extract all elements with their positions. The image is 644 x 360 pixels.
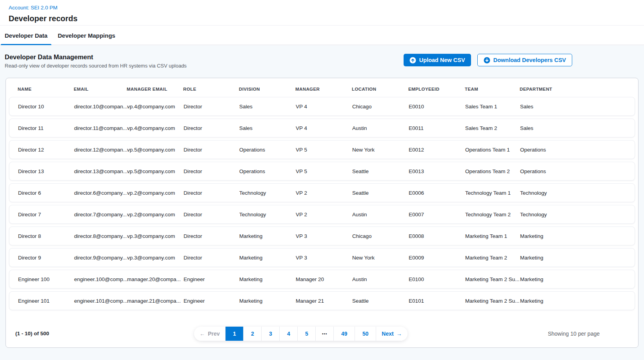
cell-email: director.10@compan... [74,104,127,110]
cell-employeeid: E0100 [409,276,465,282]
page-button-49[interactable]: 49 [334,327,355,341]
cell-location: Austin [352,276,409,282]
cell-team: Marketing Team 2 [465,255,520,261]
cell-manager: VP 3 [296,255,352,261]
tab-bar: Developer DataDeveloper Mappings [0,25,644,45]
cell-employeeid: E0101 [409,298,465,304]
section-subtitle: Read-only view of developer records sour… [5,63,187,69]
cell-team: Technology Team 2 [465,212,520,217]
cell-team: Operations Team 1 [465,147,520,153]
table-header-row: NAMEEMAILMANAGER EMAILROLEDIVISIONMANAGE… [6,82,638,96]
cell-department: Technology [520,212,635,217]
cell-email: director.8@company.... [74,233,127,239]
table-body: Director 10director.10@compan...vp.4@com… [6,96,638,310]
cell-name: Director 7 [18,212,74,217]
cell-manager-email: vp.5@company.com [127,168,184,174]
page-button-label: Next [382,331,393,337]
section-heading-block: Developer Data Management Read-only view… [5,53,187,69]
cell-name: Director 13 [18,168,74,174]
page-button-1[interactable]: 1 [226,327,244,341]
upload-csv-button[interactable]: Upload New CSV [404,54,471,66]
tab-developer-data[interactable]: Developer Data [1,32,51,45]
cell-manager: VP 3 [296,233,352,239]
cell-employeeid: E0006 [409,190,465,196]
cell-email: director.11@compan... [74,125,127,131]
page-button-4[interactable]: 4 [280,327,298,341]
cell-location: New York [352,147,409,153]
cell-division: Operations [239,147,296,153]
arrow-left-icon: ← [200,331,205,337]
page-ellipsis: ••• [316,327,334,341]
cell-team: Technology Team 1 [465,190,520,196]
table-row: Engineer 100engineer.100@comp...manager.… [9,270,635,289]
cell-role: Director [184,190,239,196]
cell-division: Operations [239,168,296,174]
cell-manager-email: vp.3@company.com [127,233,184,239]
page-button-label: Prev [208,331,220,337]
cell-manager: VP 4 [296,125,352,131]
table-row: Director 11director.11@compan...vp.4@com… [9,119,635,137]
cell-division: Marketing [239,233,296,239]
cell-manager: Manager 21 [296,298,352,304]
prev-page-button[interactable]: ←Prev [194,327,226,341]
cell-division: Sales [239,104,296,110]
page-button-2[interactable]: 2 [244,327,262,341]
content-area: Developer Data Management Read-only view… [0,46,644,360]
column-header-employeeid: EMPLOYEEID [408,87,465,91]
cell-manager: VP 5 [296,168,352,174]
page-button-5[interactable]: 5 [298,327,316,341]
download-csv-button[interactable]: Download Developers CSV [477,54,572,66]
cell-email: director.7@company.... [74,212,127,217]
download-icon [484,57,490,64]
csv-button-group: Upload New CSV Download Developers CSV [404,54,572,66]
cell-department: Marketing [520,276,635,282]
cell-location: Seattle [352,168,409,174]
next-page-button[interactable]: Next→ [376,327,407,341]
cell-location: Chicago [352,233,409,239]
cell-division: Marketing [239,255,296,261]
page-button-label: 1 [233,331,236,337]
page-button-50[interactable]: 50 [355,327,376,341]
page-button-3[interactable]: 3 [262,327,280,341]
column-header-role: ROLE [183,87,239,91]
column-header-team: TEAM [465,87,520,91]
upload-icon [409,57,416,64]
cell-manager: Manager 20 [296,276,352,282]
account-link[interactable]: Account: SEI 2.0 PM [9,5,58,11]
cell-manager: VP 2 [296,190,352,196]
cell-division: Technology [239,212,296,217]
cell-role: Director [184,147,239,153]
upload-csv-button-label: Upload New CSV [419,57,465,63]
cell-name: Director 8 [18,233,74,239]
column-header-division: DIVISION [239,87,295,91]
cell-location: Austin [352,212,409,217]
developer-table-card: NAMEEMAILMANAGER EMAILROLEDIVISIONMANAGE… [5,78,639,348]
cell-manager-email: vp.5@company.com [127,147,184,153]
cell-manager-email: vp.2@company.com [127,190,184,196]
cell-location: New York [352,255,409,261]
page-button-label: 2 [251,331,254,337]
cell-location: Seattle [352,298,409,304]
cell-team: Marketing Team 2 Su... [465,276,520,282]
table-row: Director 12director.12@compan...vp.5@com… [9,140,635,159]
cell-manager-email: vp.3@company.com [127,255,184,261]
table-row: Director 8director.8@company....vp.3@com… [9,227,635,245]
cell-email: director.6@company.... [74,190,127,196]
cell-employeeid: E0012 [409,147,465,153]
cell-name: Director 11 [18,125,74,131]
column-header-manager: MANAGER [295,87,352,91]
cell-division: Marketing [239,298,296,304]
page-button-label: ••• [322,332,327,336]
cell-department: Operations [520,168,635,174]
cell-role: Director [184,168,239,174]
cell-division: Technology [239,190,296,196]
cell-role: Director [184,104,239,110]
cell-team: Sales Team 2 [465,125,520,131]
tab-developer-mappings[interactable]: Developer Mappings [54,32,119,45]
per-page-label: Showing 10 per page [548,327,600,341]
cell-location: Chicago [352,104,409,110]
table-row: Director 10director.10@compan...vp.4@com… [9,97,635,116]
download-csv-button-label: Download Developers CSV [493,57,566,63]
cell-department: Operations [520,147,635,153]
cell-role: Engineer [184,276,239,282]
